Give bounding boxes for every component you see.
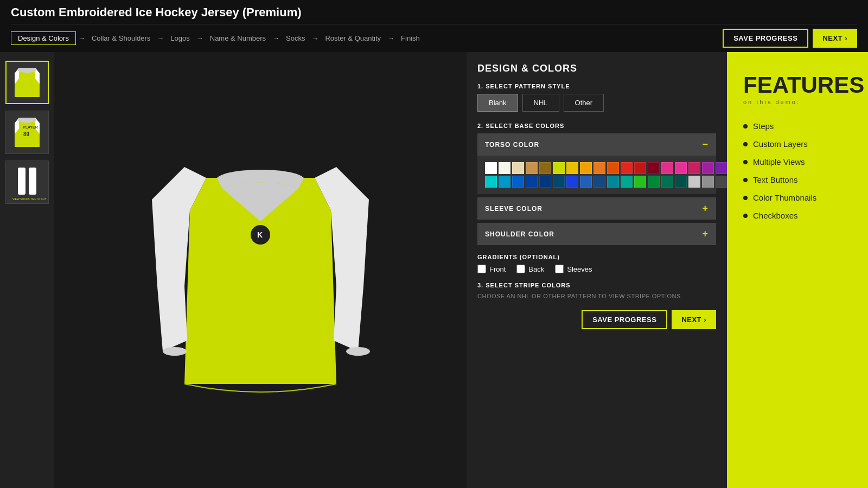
feature-label-5: Checkboxes bbox=[753, 211, 798, 220]
color-swatch-2[interactable] bbox=[512, 162, 524, 174]
color-swatch-7[interactable] bbox=[580, 162, 592, 174]
nav-step-roster[interactable]: Roster & Quantity bbox=[321, 32, 385, 44]
svg-text:K: K bbox=[257, 230, 263, 239]
next-button-bottom[interactable]: NEXT › bbox=[672, 310, 716, 329]
color-swatch-27[interactable] bbox=[607, 176, 619, 188]
color-swatch-11[interactable] bbox=[634, 162, 646, 174]
gradient-sleeves-checkbox[interactable] bbox=[555, 265, 564, 273]
base-colors-label: 2. SELECT BASE COLORS bbox=[477, 123, 716, 129]
color-swatch-31[interactable] bbox=[661, 176, 673, 188]
color-swatch-25[interactable] bbox=[580, 176, 592, 188]
pattern-blank[interactable]: Blank bbox=[477, 94, 518, 112]
feature-label-2: Multiple Views bbox=[753, 157, 805, 166]
nav-step-socks[interactable]: Socks bbox=[282, 32, 309, 44]
color-swatch-12[interactable] bbox=[648, 162, 660, 174]
save-progress-button-bottom[interactable]: SAVE PROGRESS bbox=[582, 310, 667, 329]
color-swatch-30[interactable] bbox=[648, 176, 660, 188]
color-swatch-17[interactable] bbox=[716, 162, 727, 174]
gradient-front-checkbox[interactable] bbox=[477, 265, 486, 273]
color-swatch-16[interactable] bbox=[702, 162, 714, 174]
nav-arrow-4: → bbox=[272, 34, 279, 42]
color-swatch-0[interactable] bbox=[485, 162, 497, 174]
gradient-options: Front Back Sleeves bbox=[477, 265, 716, 273]
pattern-nhl[interactable]: NHL bbox=[522, 94, 559, 112]
color-swatch-35[interactable] bbox=[716, 176, 727, 188]
color-swatch-15[interactable] bbox=[688, 162, 700, 174]
color-swatch-8[interactable] bbox=[593, 162, 605, 174]
pattern-other[interactable]: Other bbox=[564, 94, 604, 112]
svg-text:VIEW SOCKS TAG TO CUSTOMER: VIEW SOCKS TAG TO CUSTOMER bbox=[12, 197, 46, 201]
torso-color-grid bbox=[485, 162, 709, 188]
save-progress-button-top[interactable]: SAVE PROGRESS bbox=[723, 29, 808, 48]
color-swatch-33[interactable] bbox=[688, 176, 700, 188]
next-button-top[interactable]: NEXT › bbox=[813, 29, 857, 48]
main-content: PLAYER 89 VIEW SOCKS TAG TO CUSTOMER bbox=[0, 52, 868, 488]
torso-label: TORSO COLOR bbox=[485, 141, 539, 149]
gradient-back-checkbox[interactable] bbox=[516, 265, 525, 273]
nav-steps: Design & Colors → Collar & Shoulders → L… bbox=[11, 31, 424, 45]
color-swatch-13[interactable] bbox=[661, 162, 673, 174]
thumbnail-socks[interactable]: VIEW SOCKS TAG TO CUSTOMER bbox=[5, 160, 49, 204]
nav-step-design[interactable]: Design & Colors bbox=[11, 31, 76, 45]
color-swatch-26[interactable] bbox=[593, 176, 605, 188]
color-swatch-19[interactable] bbox=[499, 176, 510, 188]
color-swatch-29[interactable] bbox=[634, 176, 646, 188]
nav-step-name[interactable]: Name & Numbers bbox=[206, 32, 270, 44]
color-swatch-18[interactable] bbox=[485, 176, 497, 188]
color-swatch-3[interactable] bbox=[526, 162, 538, 174]
gradient-back-option: Back bbox=[516, 265, 544, 273]
color-swatch-9[interactable] bbox=[607, 162, 619, 174]
color-swatch-34[interactable] bbox=[702, 176, 714, 188]
svg-point-16 bbox=[346, 347, 370, 356]
gradient-sleeves-label: Sleeves bbox=[567, 265, 592, 273]
nav-arrow-5: → bbox=[311, 34, 318, 42]
torso-color-accordion: TORSO COLOR − bbox=[477, 133, 716, 194]
nav-step-collar[interactable]: Collar & Shoulders bbox=[87, 32, 155, 44]
feature-item-1: Custom Layers bbox=[743, 139, 852, 149]
torso-toggle: − bbox=[702, 139, 709, 150]
color-swatch-32[interactable] bbox=[675, 176, 687, 188]
section-title: DESIGN & COLORS bbox=[477, 63, 716, 74]
sleeve-toggle: + bbox=[702, 203, 709, 214]
feature-label-3: Text Buttons bbox=[753, 175, 798, 184]
shoulder-toggle: + bbox=[702, 228, 709, 240]
thumbnail-back[interactable]: PLAYER 89 bbox=[5, 111, 49, 154]
color-swatch-24[interactable] bbox=[566, 176, 578, 188]
color-swatch-22[interactable] bbox=[539, 176, 551, 188]
svg-point-15 bbox=[163, 347, 187, 356]
svg-text:PLAYER: PLAYER bbox=[23, 125, 38, 129]
nav-bar: Design & Colors → Collar & Shoulders → L… bbox=[11, 24, 857, 52]
nav-step-logos[interactable]: Logos bbox=[166, 32, 194, 44]
sleeve-header[interactable]: SLEEVE COLOR + bbox=[477, 197, 716, 220]
feature-dot-0 bbox=[743, 124, 748, 129]
color-swatch-1[interactable] bbox=[499, 162, 510, 174]
feature-dot-5 bbox=[743, 214, 748, 218]
gradients-label: GRADIENTS (OPTIONAL) bbox=[477, 254, 716, 260]
color-swatch-5[interactable] bbox=[553, 162, 565, 174]
design-controls: DESIGN & COLORS 1. SELECT PATTERN STYLE … bbox=[467, 52, 727, 488]
color-swatch-23[interactable] bbox=[553, 176, 565, 188]
color-swatch-14[interactable] bbox=[675, 162, 687, 174]
torso-body bbox=[477, 156, 716, 194]
features-title: FEATURES bbox=[743, 74, 852, 97]
pattern-label: 1. SELECT PATTERN STYLE bbox=[477, 83, 716, 89]
page-title: Custom Embroidered Ice Hockey Jersey (Pr… bbox=[11, 5, 857, 20]
color-swatch-6[interactable] bbox=[566, 162, 578, 174]
feature-dot-2 bbox=[743, 160, 748, 164]
torso-header[interactable]: TORSO COLOR − bbox=[477, 133, 716, 156]
stripe-label: 3. SELECT STRIPE COLORS bbox=[477, 282, 716, 288]
nav-arrow-2: → bbox=[157, 34, 164, 42]
color-swatch-20[interactable] bbox=[512, 176, 524, 188]
color-swatch-21[interactable] bbox=[526, 176, 538, 188]
nav-actions: SAVE PROGRESS NEXT › bbox=[723, 29, 857, 48]
color-swatch-28[interactable] bbox=[621, 176, 633, 188]
thumbnail-front[interactable] bbox=[5, 61, 49, 104]
thumbnail-panel: PLAYER 89 VIEW SOCKS TAG TO CUSTOMER bbox=[0, 52, 54, 488]
color-swatch-10[interactable] bbox=[621, 162, 633, 174]
shoulder-header[interactable]: SHOULDER COLOR + bbox=[477, 223, 716, 245]
color-swatch-4[interactable] bbox=[539, 162, 551, 174]
feature-item-4: Color Thumbnails bbox=[743, 193, 852, 202]
nav-step-finish[interactable]: Finish bbox=[397, 32, 424, 44]
feature-label-4: Color Thumbnails bbox=[753, 193, 816, 202]
feature-label-0: Steps bbox=[753, 121, 774, 131]
